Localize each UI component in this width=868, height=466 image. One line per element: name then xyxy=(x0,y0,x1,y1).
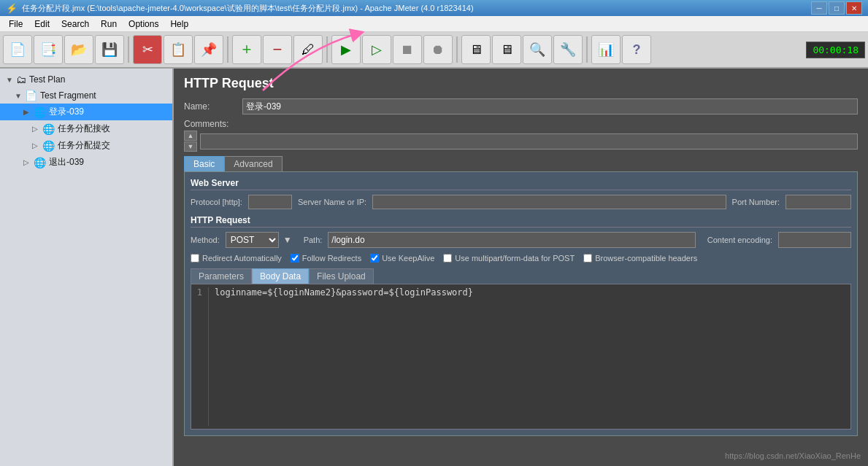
menu-edit[interactable]: Edit xyxy=(28,16,55,31)
checkbox-redirect-auto[interactable]: Redirect Automatically xyxy=(191,254,282,263)
port-input[interactable] xyxy=(786,195,851,209)
start-button[interactable]: ▶ xyxy=(331,35,361,64)
tree-item-task-submit[interactable]: ▷ 🌐 任务分配提交 xyxy=(0,137,172,154)
close-button[interactable]: ✕ xyxy=(846,1,862,15)
checkboxes-row: Redirect Automatically Follow Redirects … xyxy=(191,254,851,263)
menu-bar: File Edit Search Run Options Help xyxy=(0,16,868,32)
copy-button[interactable]: 📋 xyxy=(164,35,193,64)
stop-button[interactable]: ⏹ xyxy=(393,35,422,64)
protocol-input[interactable] xyxy=(248,195,292,209)
toggle-login039[interactable]: ▶ xyxy=(23,108,34,116)
paste-button[interactable]: 📌 xyxy=(194,35,223,64)
tree-item-testplan[interactable]: ▼ 🗂 Test Plan xyxy=(0,71,172,88)
remote-start-all-button[interactable]: 🖥 xyxy=(461,35,491,64)
sub-tab-parameters[interactable]: Parameters xyxy=(191,268,252,284)
toggle-testfragment[interactable]: ▼ xyxy=(15,92,25,100)
dropdown-arrow-icon: ▼ xyxy=(283,235,292,245)
separator-3 xyxy=(326,36,328,63)
port-label: Port Number: xyxy=(732,198,780,206)
menu-file[interactable]: File xyxy=(3,16,28,31)
name-input[interactable] xyxy=(242,98,858,114)
clear-button[interactable]: 🖊 xyxy=(293,35,323,64)
start-no-pause-button[interactable]: ▷ xyxy=(362,35,391,64)
login039-icon: 🌐 xyxy=(34,106,46,118)
testplan-icon: 🗂 xyxy=(16,74,26,85)
tree-item-login039[interactable]: ▶ 🌐 登录-039 xyxy=(0,104,172,120)
title-bar-text: 任务分配片段.jmx (E:\tools\apache-jmeter-4.0\w… xyxy=(22,3,811,14)
name-row: Name: xyxy=(184,98,858,114)
tab-bar: Basic Advanced xyxy=(184,156,858,171)
method-select[interactable]: POST GET PUT DELETE xyxy=(226,232,279,248)
remote-stop-all-button[interactable]: 🖥 xyxy=(492,35,521,64)
http-request-title: HTTP Request xyxy=(191,215,851,228)
tree-item-exit039[interactable]: ▷ 🌐 退出-039 xyxy=(0,154,172,171)
separator-4 xyxy=(456,36,458,63)
menu-options[interactable]: Options xyxy=(123,16,164,31)
new-button[interactable]: 📄 xyxy=(3,35,32,64)
server-label: Server Name or IP: xyxy=(298,198,366,206)
follow-redirects-checkbox[interactable] xyxy=(291,254,299,263)
tab-advanced[interactable]: Advanced xyxy=(224,156,282,171)
multipart-checkbox[interactable] xyxy=(443,254,452,263)
code-content[interactable]: loginname=${loginName2}&password=${login… xyxy=(215,287,848,426)
window-controls: ─ □ ✕ xyxy=(811,1,862,15)
menu-help[interactable]: Help xyxy=(164,16,194,31)
separator-5 xyxy=(586,36,588,63)
path-label: Path: xyxy=(304,236,323,244)
help-btn[interactable]: ? xyxy=(622,35,651,64)
browser-compat-checkbox[interactable] xyxy=(583,254,592,263)
tab-basic[interactable]: Basic xyxy=(184,156,224,171)
login039-label: 登录-039 xyxy=(49,106,84,118)
checkbox-follow-redirects[interactable]: Follow Redirects xyxy=(291,254,361,263)
shutdown-button[interactable]: ⏺ xyxy=(423,35,453,64)
follow-redirects-label: Follow Redirects xyxy=(302,254,361,263)
path-input[interactable] xyxy=(328,232,695,248)
server-input[interactable] xyxy=(372,195,726,209)
redirect-auto-checkbox[interactable] xyxy=(191,254,199,263)
task-submit-label: 任务分配提交 xyxy=(58,139,110,152)
reset-button[interactable]: 🔧 xyxy=(553,35,583,64)
comments-up-btn[interactable]: ▲ xyxy=(184,131,197,141)
comments-input[interactable] xyxy=(200,133,858,149)
watermark: https://blog.csdn.net/XiaoXiao_RenHe xyxy=(725,451,861,460)
remove-button[interactable]: − xyxy=(263,35,292,64)
cut-button[interactable]: ✂ xyxy=(133,35,162,64)
sub-tab-bar: Parameters Body Data Files Upload xyxy=(191,268,851,284)
toolbar: 📄 📑 📂 💾 ✂ 📋 📌 + − 🖊 ▶ ▷ ⏹ ⏺ 🖥 🖥 🔍 🔧 📊 ? … xyxy=(0,32,868,69)
sub-tab-filesupload[interactable]: Files Upload xyxy=(309,268,374,284)
minimize-button[interactable]: ─ xyxy=(811,1,827,15)
checkbox-multipart[interactable]: Use multipart/form-data for POST xyxy=(443,254,575,263)
toggle-exit039[interactable]: ▷ xyxy=(23,158,34,166)
toggle-task-submit[interactable]: ▷ xyxy=(32,141,42,149)
search-button[interactable]: 🔍 xyxy=(523,35,552,64)
checkbox-keepalive[interactable]: Use KeepAlive xyxy=(370,254,434,263)
menu-search[interactable]: Search xyxy=(55,16,95,31)
browser-compat-label: Browser-compatible headers xyxy=(595,254,697,263)
templates-button[interactable]: 📑 xyxy=(34,35,63,64)
tree-item-testfragment[interactable]: ▼ 📄 Test Fragment xyxy=(0,88,172,104)
toggle-testplan[interactable]: ▼ xyxy=(6,76,16,84)
tree-item-task-receive[interactable]: ▷ 🌐 任务分配接收 xyxy=(0,120,172,137)
section-title: HTTP Request xyxy=(184,76,858,91)
protocol-label: Protocol [http]: xyxy=(191,198,242,206)
results-button[interactable]: 📊 xyxy=(591,35,621,64)
main-layout: ▼ 🗂 Test Plan ▼ 📄 Test Fragment ▶ 🌐 登录-0… xyxy=(0,69,868,466)
toggle-task-receive[interactable]: ▷ xyxy=(32,125,42,133)
save-button[interactable]: 💾 xyxy=(95,35,124,64)
encoding-input[interactable] xyxy=(778,232,851,248)
task-submit-icon: 🌐 xyxy=(42,140,55,152)
app-icon: ⚡ xyxy=(6,3,18,14)
checkbox-browser-compat[interactable]: Browser-compatible headers xyxy=(583,254,697,263)
sub-tab-bodydata[interactable]: Body Data xyxy=(252,268,309,284)
comments-down-btn[interactable]: ▼ xyxy=(184,141,197,152)
web-server-title: Web Server xyxy=(191,178,851,190)
comments-label: Comments: xyxy=(184,119,858,129)
body-data-area[interactable]: 1 loginname=${loginName2}&password=${log… xyxy=(191,284,851,430)
line-number-1: 1 xyxy=(194,287,202,298)
open-button[interactable]: 📂 xyxy=(64,35,93,64)
multipart-label: Use multipart/form-data for POST xyxy=(455,254,575,263)
add-button[interactable]: + xyxy=(232,35,261,64)
maximize-button[interactable]: □ xyxy=(829,1,845,15)
keepalive-checkbox[interactable] xyxy=(370,254,379,263)
menu-run[interactable]: Run xyxy=(95,16,123,31)
